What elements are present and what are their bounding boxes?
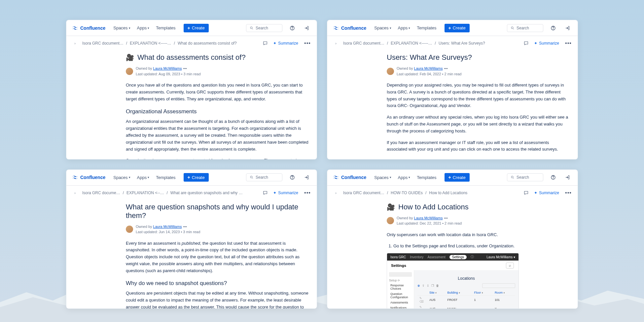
summarize-button[interactable]: ✦Summarize bbox=[270, 40, 301, 47]
breadcrumb-item[interactable]: What do assessments consist of? bbox=[178, 41, 237, 46]
comment-icon[interactable] bbox=[263, 41, 268, 46]
nav-spaces[interactable]: Spaces▾ bbox=[111, 174, 133, 181]
ss-row-actions[interactable]: ✎ ⌫ bbox=[417, 304, 427, 308]
breadcrumb-item[interactable]: Isora GRC document… bbox=[82, 41, 124, 46]
sidebar-collapse-icon[interactable]: › bbox=[333, 40, 339, 47]
nav-spaces[interactable]: Spaces▾ bbox=[111, 24, 133, 32]
nav-apps[interactable]: Apps▾ bbox=[134, 174, 152, 181]
plus-icon: + bbox=[188, 25, 190, 31]
ss-topbar: Isora GRC InventoryAssessmentSettings ⓘ … bbox=[387, 253, 519, 261]
more-actions-icon[interactable]: ••• bbox=[304, 39, 311, 47]
sidebar-collapse-icon[interactable]: › bbox=[333, 190, 339, 196]
login-icon[interactable] bbox=[563, 173, 572, 182]
ss-side-item[interactable]: Response Choices bbox=[389, 283, 412, 291]
summarize-button[interactable]: ✦Summarize bbox=[531, 40, 562, 47]
ss-download-icon[interactable]: ⇩ bbox=[427, 284, 429, 287]
breadcrumb-item[interactable]: Isora GRC document… bbox=[343, 41, 384, 46]
svg-point-15 bbox=[511, 176, 513, 178]
ss-search[interactable] bbox=[482, 283, 515, 288]
nav-templates[interactable]: Templates bbox=[153, 24, 178, 32]
search-input[interactable]: Search bbox=[246, 24, 282, 32]
breadcrumb-item[interactable]: EXPLANATION <-----… bbox=[130, 41, 171, 46]
ss-side-item[interactable]: Question Configuration bbox=[389, 291, 412, 300]
help-icon[interactable] bbox=[549, 23, 558, 33]
ss-tab[interactable]: Settings bbox=[449, 255, 467, 259]
ss-col-header[interactable]: Floor ♦ bbox=[472, 290, 492, 296]
nav-apps[interactable]: Apps▾ bbox=[395, 174, 413, 181]
ss-corner-icon[interactable]: ⎚ bbox=[506, 263, 514, 268]
ss-add-icon[interactable]: ⊕ bbox=[417, 284, 420, 287]
ss-copy-icon[interactable]: ❐ bbox=[431, 284, 434, 287]
meta-more-icon[interactable]: ••• bbox=[182, 66, 188, 70]
comment-icon[interactable] bbox=[263, 190, 268, 196]
meta-more-icon[interactable]: ••• bbox=[443, 216, 449, 220]
owner-link[interactable]: Laura McWilliams bbox=[414, 66, 443, 70]
breadcrumb-item[interactable]: What are question snapshots and why … bbox=[170, 191, 243, 195]
breadcrumb-item[interactable]: Users: What Are Surveys? bbox=[439, 41, 485, 46]
ss-table-row[interactable]: ✎ ⌫AUSFROST1101 bbox=[417, 296, 515, 304]
create-button[interactable]: +Create bbox=[445, 173, 470, 182]
nav-templates[interactable]: Templates bbox=[414, 24, 439, 32]
page-content: 🎥How to Add Locations Owned by Laura McW… bbox=[327, 200, 578, 309]
ss-col-header[interactable]: Building ♦ bbox=[446, 290, 472, 296]
nav-apps[interactable]: Apps▾ bbox=[134, 24, 152, 32]
more-actions-icon[interactable]: ••• bbox=[564, 39, 572, 47]
meta-more-icon[interactable]: ••• bbox=[182, 225, 188, 229]
create-button[interactable]: +Create bbox=[184, 24, 209, 32]
help-icon[interactable] bbox=[288, 173, 297, 182]
sidebar-collapse-icon[interactable]: › bbox=[72, 190, 78, 196]
breadcrumb-item[interactable]: Isora GRC docume… bbox=[82, 191, 120, 195]
breadcrumb-item[interactable]: How to Add Locations bbox=[429, 191, 467, 195]
search-input[interactable]: Search bbox=[507, 173, 543, 181]
create-button[interactable]: +Create bbox=[445, 24, 470, 32]
ss-tab[interactable]: Inventory bbox=[410, 255, 423, 259]
nav-templates[interactable]: Templates bbox=[153, 174, 178, 181]
meta-more-icon[interactable]: ••• bbox=[443, 66, 449, 70]
login-icon[interactable] bbox=[563, 23, 572, 33]
avatar[interactable] bbox=[126, 68, 133, 75]
comment-icon[interactable] bbox=[523, 190, 529, 196]
ss-upload-icon[interactable]: ⇪ bbox=[422, 284, 425, 287]
owner-link[interactable]: Laura McWilliams bbox=[153, 66, 182, 70]
create-button[interactable]: +Create bbox=[184, 173, 209, 182]
sidebar-collapse-icon[interactable]: › bbox=[72, 40, 78, 47]
ss-table-row[interactable]: ✎ ⌫AUSMANNX bbox=[417, 304, 515, 308]
confluence-logo[interactable]: Confluence bbox=[333, 25, 366, 31]
help-icon[interactable] bbox=[288, 23, 297, 33]
breadcrumb-item[interactable]: EXPLANATION <--… bbox=[126, 191, 164, 195]
avatar[interactable] bbox=[387, 217, 394, 224]
comment-icon[interactable] bbox=[523, 41, 529, 46]
nav-spaces[interactable]: Spaces▾ bbox=[372, 24, 394, 32]
ss-col-header[interactable]: Room ♦ bbox=[493, 290, 515, 296]
nav-apps[interactable]: Apps▾ bbox=[395, 24, 413, 32]
more-actions-icon[interactable]: ••• bbox=[304, 189, 311, 197]
ss-side-item[interactable]: Assessments bbox=[389, 300, 412, 305]
search-input[interactable]: Search bbox=[507, 24, 543, 32]
breadcrumb-item[interactable]: HOW-TO GUIDEs bbox=[391, 191, 423, 195]
ss-col-header[interactable]: Site ♦ bbox=[427, 290, 446, 296]
avatar[interactable] bbox=[126, 226, 133, 233]
ss-user[interactable]: Laura McWilliams ▾ bbox=[486, 255, 515, 259]
ss-delete-icon[interactable]: 🗑 bbox=[436, 284, 439, 287]
breadcrumb-item[interactable]: EXPLANATION <-----… bbox=[391, 41, 432, 46]
confluence-logo[interactable]: Confluence bbox=[72, 25, 105, 31]
summarize-button[interactable]: ✦Summarize bbox=[270, 189, 301, 197]
nav-spaces[interactable]: Spaces▾ bbox=[372, 174, 394, 181]
nav-templates[interactable]: Templates bbox=[414, 174, 439, 181]
avatar[interactable] bbox=[387, 68, 394, 75]
ss-side-item[interactable]: Notifications bbox=[389, 305, 412, 308]
more-actions-icon[interactable]: ••• bbox=[564, 189, 572, 197]
ss-info-icon[interactable]: ⓘ bbox=[471, 255, 474, 259]
login-icon[interactable] bbox=[302, 23, 311, 33]
confluence-logo[interactable]: Confluence bbox=[333, 174, 366, 181]
ss-tab[interactable]: Assessment bbox=[427, 255, 445, 259]
confluence-logo[interactable]: Confluence bbox=[72, 174, 105, 181]
owner-link[interactable]: Laura McWilliams bbox=[414, 216, 443, 220]
login-icon[interactable] bbox=[302, 173, 311, 182]
owner-link[interactable]: Laura McWilliams bbox=[153, 225, 182, 229]
search-input[interactable]: Search bbox=[246, 173, 282, 181]
breadcrumb-item[interactable]: Isora GRC document… bbox=[343, 191, 384, 195]
help-icon[interactable] bbox=[549, 173, 558, 182]
summarize-button[interactable]: ✦Summarize bbox=[531, 189, 562, 197]
ss-row-actions[interactable]: ✎ ⌫ bbox=[417, 296, 427, 304]
